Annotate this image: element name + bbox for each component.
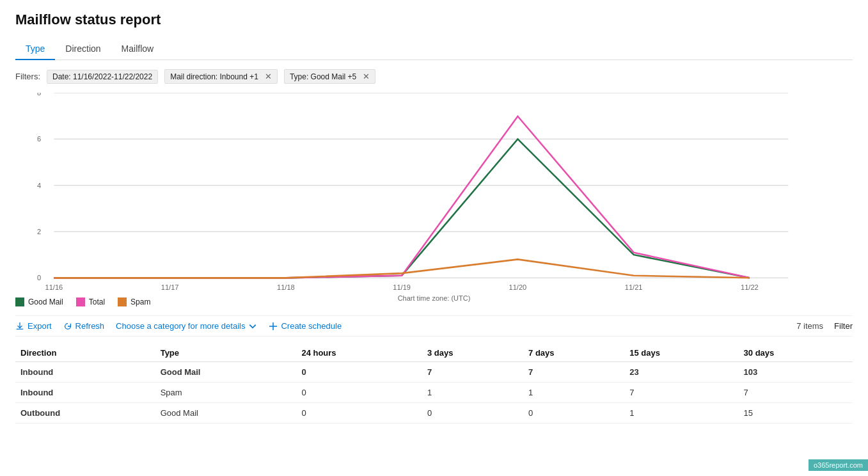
remove-type-filter[interactable]: ✕ [363,72,370,81]
table-row: InboundSpam01177 [15,383,853,403]
cell-0-3: 7 [422,362,523,383]
svg-text:6: 6 [37,135,41,143]
cell-2-2: 0 [296,403,422,424]
cell-2-6: 15 [739,403,853,424]
svg-text:11/22: 11/22 [741,283,759,291]
cell-2-5: 1 [624,403,738,424]
tab-type[interactable]: Type [15,38,55,60]
filters-label: Filters: [15,72,40,81]
col-direction: Direction [15,344,155,362]
cell-0-2: 0 [296,362,422,383]
svg-text:11/19: 11/19 [393,283,411,291]
plus-icon [269,322,278,331]
page-title: Mailflow status report [15,12,853,28]
svg-text:4: 4 [37,182,41,189]
filter-chip-date: Date: 11/16/2022-11/22/2022 [47,70,158,84]
chart-timezone: Chart time zone: (UTC) [15,294,853,302]
cell-1-6: 7 [739,383,853,403]
col-15d: 15 days [624,344,738,362]
export-button[interactable]: Export [15,321,52,331]
cell-1-4: 1 [523,383,624,403]
cell-2-4: 0 [523,403,624,424]
chart-svg: 0 2 4 6 8 11/16 11/17 11/18 11/19 11/20 … [15,93,853,291]
chevron-down-icon [248,322,257,331]
table-row: OutboundGood Mail000115 [15,403,853,424]
cell-0-6: 103 [739,362,853,383]
filters-bar: Filters: Date: 11/16/2022-11/22/2022 Mai… [15,69,853,84]
col-7d: 7 days [523,344,624,362]
filter-chip-type[interactable]: Type: Good Mail +5 ✕ [284,69,375,84]
toolbar: Export Refresh Choose a category for mor… [15,315,853,337]
col-3d: 3 days [422,344,523,362]
cell-0-4: 7 [523,362,624,383]
cell-1-0: Inbound [15,383,155,403]
create-schedule-button[interactable]: Create schedule [269,321,342,331]
filter-chip-mail-direction[interactable]: Mail direction: Inbound +1 ✕ [164,69,278,84]
items-count: 7 items [796,321,823,331]
cell-1-3: 1 [422,383,523,403]
col-24h: 24 hours [296,344,422,362]
col-type: Type [155,344,297,362]
data-table: Direction Type 24 hours 3 days 7 days 15… [15,344,853,424]
svg-text:2: 2 [37,228,41,235]
col-30d: 30 days [739,344,853,362]
svg-text:11/21: 11/21 [625,283,643,291]
refresh-button[interactable]: Refresh [63,321,105,331]
refresh-icon [63,322,72,331]
tab-direction[interactable]: Direction [55,38,111,60]
svg-text:11/18: 11/18 [277,283,295,291]
remove-mail-direction-filter[interactable]: ✕ [265,72,272,81]
filter-button[interactable]: Filter [831,321,853,331]
chart-area: 0 2 4 6 8 11/16 11/17 11/18 11/19 11/20 … [15,93,853,291]
toolbar-right: 7 items Filter [796,321,853,331]
tab-bar: Type Direction Mailflow [15,38,853,60]
cell-0-5: 23 [624,362,738,383]
svg-text:11/20: 11/20 [509,283,527,291]
cell-1-2: 0 [296,383,422,403]
cell-1-5: 7 [624,383,738,403]
cell-2-1: Good Mail [155,403,297,424]
export-icon [15,322,24,331]
cell-1-1: Spam [155,383,297,403]
svg-text:11/17: 11/17 [161,283,179,291]
cell-2-0: Outbound [15,403,155,424]
cell-0-0: Inbound [15,362,155,383]
table-header-row: Direction Type 24 hours 3 days 7 days 15… [15,344,853,362]
svg-text:0: 0 [37,274,41,282]
table-row: InboundGood Mail07723103 [15,362,853,383]
category-button[interactable]: Choose a category for more details [116,321,257,331]
svg-text:8: 8 [37,93,41,97]
tab-mailflow[interactable]: Mailflow [111,38,164,60]
svg-text:11/16: 11/16 [45,283,63,291]
cell-0-1: Good Mail [155,362,297,383]
cell-2-3: 0 [422,403,523,424]
